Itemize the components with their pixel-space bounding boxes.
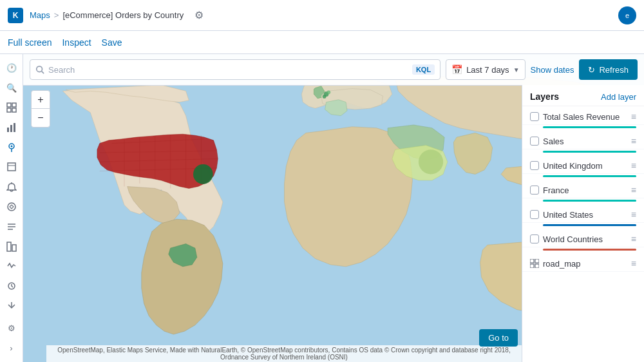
- sidebar-item-dashboard[interactable]: [1, 99, 22, 117]
- svg-rect-28: [535, 264, 539, 268]
- expand-arrow-icon: ›: [10, 343, 12, 353]
- chevron-down-icon: ▼: [513, 66, 520, 73]
- layer-color-bar-uk: [543, 175, 636, 177]
- layer-checkbox-united-kingdom[interactable]: [530, 161, 539, 170]
- uptime-icon: [6, 281, 17, 291]
- layer-color-bar-us: [543, 224, 636, 226]
- main-layout: 🕐 🔍: [0, 54, 644, 362]
- sidebar-item-expand[interactable]: ›: [1, 339, 22, 357]
- apm-icon: [6, 261, 17, 271]
- goto-button[interactable]: Go to: [479, 329, 518, 347]
- layers-panel: Layers Add layer Total Sales Revenue ≡ S…: [522, 85, 644, 362]
- sidebar-item-visualize[interactable]: [1, 119, 22, 136]
- maps-link[interactable]: Maps: [30, 10, 50, 20]
- clock-icon: 🕐: [6, 63, 17, 73]
- search-box[interactable]: Search KQL: [30, 59, 440, 80]
- svg-rect-15: [12, 245, 16, 251]
- settings-gear-icon: ⚙: [8, 323, 15, 333]
- layer-menu-icon-sales[interactable]: ≡: [631, 136, 636, 146]
- kql-badge[interactable]: KQL: [412, 64, 435, 75]
- layer-color-bar-france: [543, 200, 636, 202]
- sidebar-item-maps[interactable]: [1, 138, 22, 156]
- layer-name-france: France: [543, 186, 627, 195]
- search-box-icon: [35, 65, 44, 74]
- layer-menu-icon[interactable]: ≡: [631, 111, 636, 122]
- layer-menu-icon-world[interactable]: ≡: [631, 234, 636, 244]
- time-picker[interactable]: 📅 Last 7 days ▼: [446, 59, 525, 80]
- canvas-icon: [6, 162, 17, 172]
- layer-item-united-kingdom[interactable]: United Kingdom ≡: [522, 155, 644, 174]
- layer-checkbox-world-countries[interactable]: [530, 234, 539, 243]
- svg-point-8: [10, 145, 12, 147]
- layer-menu-icon-france[interactable]: ≡: [631, 185, 636, 195]
- infrastructure-icon: [6, 242, 17, 252]
- layer-item-sales[interactable]: Sales ≡: [522, 131, 644, 149]
- svg-point-22: [327, 90, 330, 94]
- sidebar-item-settings[interactable]: ⚙: [1, 319, 22, 337]
- sidebar-item-alerts[interactable]: [1, 178, 22, 196]
- layer-item-road-map[interactable]: road_map ≡: [522, 253, 644, 272]
- layer-name-sales: Sales: [543, 137, 627, 146]
- layer-checkbox-united-states[interactable]: [530, 210, 539, 219]
- calendar-icon: 📅: [451, 64, 462, 75]
- layer-menu-icon-us[interactable]: ≡: [631, 209, 636, 220]
- svg-rect-0: [7, 103, 11, 107]
- sidebar-item-devtools[interactable]: [1, 298, 22, 315]
- grid-icon: [530, 259, 539, 268]
- avatar-letter: e: [625, 12, 629, 19]
- sidebar-item-apm[interactable]: [1, 258, 22, 275]
- layer-name-total-sales-revenue: Total Sales Revenue: [543, 112, 627, 122]
- svg-rect-27: [530, 264, 534, 268]
- svg-rect-25: [530, 259, 534, 263]
- layer-item-world-countries[interactable]: World Countries ≡: [522, 229, 644, 247]
- layer-menu-icon-uk[interactable]: ≡: [631, 160, 636, 171]
- action-bar: Full screen Inspect Save: [0, 31, 644, 54]
- sidebar-item-canvas[interactable]: [1, 158, 22, 176]
- svg-rect-5: [10, 125, 12, 132]
- breadcrumb-separator: >: [54, 10, 59, 20]
- zoom-out-button[interactable]: −: [32, 109, 50, 127]
- layer-name-road-map: road_map: [543, 259, 627, 269]
- layer-name-united-states: United States: [543, 210, 627, 220]
- sidebar-item-logs[interactable]: [1, 218, 22, 235]
- settings-button[interactable]: ⚙: [190, 6, 208, 24]
- devtools-icon: [6, 301, 17, 311]
- maps-icon: [6, 142, 17, 153]
- layer-checkbox-sales[interactable]: [530, 137, 539, 146]
- svg-point-17: [37, 66, 43, 72]
- svg-rect-14: [7, 242, 11, 251]
- map-container[interactable]: Search KQL 📅 Last 7 days ▼ Show dates ↻ …: [23, 54, 644, 362]
- layer-menu-icon-roadmap[interactable]: ≡: [631, 258, 636, 269]
- svg-point-23: [323, 95, 327, 99]
- add-layer-button[interactable]: Add layer: [601, 92, 636, 102]
- time-range-text: Last 7 days: [466, 65, 509, 75]
- layer-item-france[interactable]: France ≡: [522, 180, 644, 198]
- inspect-link[interactable]: Inspect: [62, 37, 91, 48]
- app-logo[interactable]: K: [8, 8, 23, 23]
- sidebar-item-infrastructure[interactable]: [1, 238, 22, 255]
- sidebar-item-ml[interactable]: [1, 198, 22, 216]
- save-link[interactable]: Save: [102, 37, 122, 48]
- alerts-icon: [6, 182, 17, 192]
- layer-checkbox-france[interactable]: [530, 186, 539, 195]
- left-sidebar: 🕐 🔍: [0, 54, 23, 362]
- sidebar-item-search[interactable]: 🔍: [1, 79, 22, 97]
- refresh-button[interactable]: ↻ Refresh: [579, 59, 638, 80]
- layer-item-total-sales-revenue[interactable]: Total Sales Revenue ≡: [522, 106, 644, 125]
- sidebar-item-clock[interactable]: 🕐: [1, 59, 22, 77]
- layer-item-united-states[interactable]: United States ≡: [522, 204, 644, 223]
- map-toolbar: Search KQL 📅 Last 7 days ▼ Show dates ↻ …: [23, 54, 644, 86]
- zoom-in-button[interactable]: +: [32, 91, 50, 109]
- layer-color-bar-sales: [543, 151, 636, 153]
- avatar[interactable]: e: [618, 6, 636, 24]
- full-screen-link[interactable]: Full screen: [8, 37, 52, 48]
- zoom-controls: + −: [31, 90, 50, 128]
- sidebar-item-uptime[interactable]: [1, 278, 22, 295]
- svg-rect-3: [12, 108, 16, 112]
- show-dates-button[interactable]: Show dates: [531, 65, 574, 75]
- layer-checkbox-total-sales-revenue[interactable]: [530, 112, 539, 121]
- svg-rect-6: [14, 123, 15, 132]
- svg-rect-1: [12, 103, 16, 107]
- attribution-text: OpenStreetMap, Elastic Maps Service, Mad…: [57, 347, 510, 361]
- svg-rect-9: [8, 163, 15, 171]
